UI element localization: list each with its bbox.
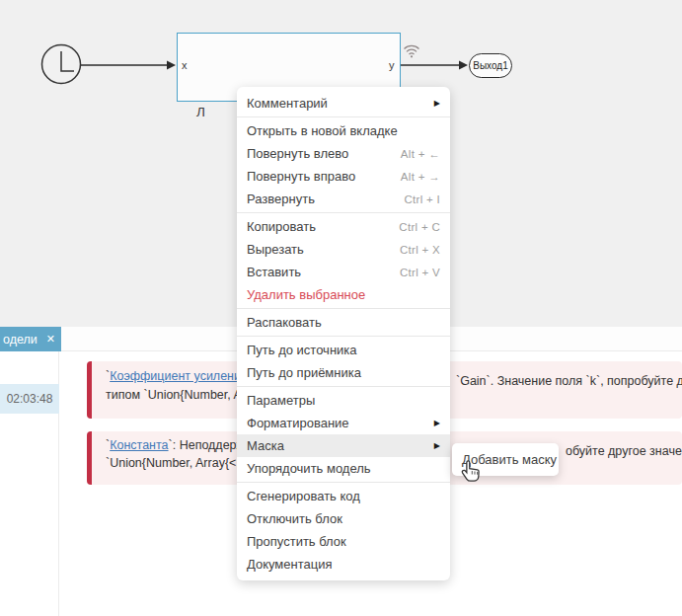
hand-cursor-icon xyxy=(458,459,484,487)
error-text: `Константа`: Неподдержи xyxy=(106,438,252,452)
menu-item-shortcut: Ctrl + V xyxy=(400,267,440,278)
menu-item[interactable]: Параметры xyxy=(237,389,450,412)
menu-item[interactable]: Путь до приёмника xyxy=(237,361,450,384)
menu-item-label: Вырезать xyxy=(247,242,400,257)
menu-item[interactable]: Развернуть Ctrl + I xyxy=(237,188,450,210)
menu-item[interactable]: Удалить выбранное xyxy=(237,283,450,306)
context-menu: Комментарий ▶ Открыть в новой вкладке По… xyxy=(237,87,450,580)
menu-item-label: Распаковать xyxy=(247,315,440,330)
close-icon[interactable]: ✕ xyxy=(46,334,55,345)
menu-item-label: Форматирование xyxy=(247,416,426,430)
output-port-block[interactable]: Выход1 xyxy=(469,53,512,78)
menu-item-label: Копировать xyxy=(247,219,399,234)
menu-separator xyxy=(237,212,450,213)
menu-separator xyxy=(237,336,450,337)
menu-item-shortcut: Alt + ← xyxy=(401,148,440,160)
timestamp: 02:03:48 xyxy=(7,392,53,406)
menu-item[interactable]: Повернуть влево Alt + ← xyxy=(237,142,450,165)
menu-separator xyxy=(237,386,450,387)
menu-separator xyxy=(237,116,450,117)
wifi-icon xyxy=(403,41,420,59)
error-text: `Коэффициент усиления`: xyxy=(106,369,255,383)
menu-item[interactable]: Пропустить блок xyxy=(237,530,450,553)
block-name-label: Л xyxy=(196,105,205,119)
block-port-out-label: y xyxy=(389,60,395,71)
menu-item-label: Удалить выбранное xyxy=(247,287,440,302)
error-block-link[interactable]: Константа xyxy=(110,438,168,452)
menu-item-label: Вставить xyxy=(247,265,400,279)
menu-item-shortcut: Ctrl + I xyxy=(404,193,440,205)
menu-item-label: Документация xyxy=(247,557,440,572)
error-block-link[interactable]: Коэффициент усиления xyxy=(110,369,248,383)
menu-item-label: Параметры xyxy=(247,393,440,408)
menu-separator xyxy=(237,482,450,483)
tab-label: одели xyxy=(3,333,38,346)
menu-item-label: Путь до источника xyxy=(247,343,440,357)
error-text-line2: типом `Union{Number, Arra xyxy=(106,388,257,402)
submenu-arrow-icon: ▶ xyxy=(434,419,440,427)
menu-item[interactable]: Повернуть вправо Alt + → xyxy=(237,165,450,188)
menu-item-label: Комментарий xyxy=(247,96,426,111)
menu-item[interactable]: Копировать Ctrl + C xyxy=(237,215,450,238)
menu-separator xyxy=(237,308,450,309)
menu-item-label: Упорядочить модель xyxy=(247,461,440,476)
clock-icon[interactable] xyxy=(42,45,81,84)
menu-item-label: Пропустить блок xyxy=(247,534,440,549)
error-text-right: `Gain`. Значение поля `k`, попробуйте др… xyxy=(456,374,682,388)
block-port-in-label: x xyxy=(182,60,188,71)
menu-item[interactable]: Вставить Ctrl + V xyxy=(237,261,450,283)
menu-item-label: Развернуть xyxy=(247,192,404,206)
menu-item-label: Повернуть вправо xyxy=(247,169,401,184)
menu-item[interactable]: Вырезать Ctrl + X xyxy=(237,238,450,261)
menu-item[interactable]: Распаковать xyxy=(237,311,450,334)
app-window: x y Л Выход1 одели ✕ 02:03:48 `Коэффицие… xyxy=(0,0,682,616)
tab-model-errors[interactable]: одели ✕ xyxy=(0,327,61,351)
error-text-right: обуйте другое значени xyxy=(566,444,682,458)
menu-item[interactable]: Маска ▶ xyxy=(237,434,450,457)
menu-item[interactable]: Комментарий ▶ xyxy=(237,92,450,115)
menu-item-shortcut: Ctrl + C xyxy=(399,221,440,233)
menu-item[interactable]: Форматирование ▶ xyxy=(237,412,450,434)
error-text-line2: `Union{Number, Array{<:Nu xyxy=(106,456,256,470)
menu-item-label: Открыть в новой вкладке xyxy=(247,123,440,138)
menu-item[interactable]: Документация xyxy=(237,553,450,576)
menu-item[interactable]: Отключить блок xyxy=(237,507,450,530)
menu-item-label: Отключить блок xyxy=(247,511,440,526)
menu-item-label: Путь до приёмника xyxy=(247,365,440,380)
menu-item-label: Маска xyxy=(247,438,426,453)
wire-input xyxy=(81,61,176,70)
submenu-arrow-icon: ▶ xyxy=(434,441,440,450)
menu-item[interactable]: Упорядочить модель xyxy=(237,457,450,480)
menu-item[interactable]: Сгенерировать код xyxy=(237,485,450,507)
menu-item[interactable]: Путь до источника xyxy=(237,339,450,361)
menu-item-shortcut: Alt + → xyxy=(401,171,440,183)
menu-item[interactable]: Открыть в новой вкладке xyxy=(237,119,450,142)
menu-item-label: Повернуть влево xyxy=(247,146,401,161)
submenu-arrow-icon: ▶ xyxy=(434,99,440,108)
menu-item-label: Сгенерировать код xyxy=(247,489,440,503)
output-port-label: Выход1 xyxy=(473,60,507,71)
timestamp-cell[interactable]: 02:03:48 xyxy=(0,384,59,414)
wire-output xyxy=(401,61,468,70)
menu-item-shortcut: Ctrl + X xyxy=(400,244,440,256)
